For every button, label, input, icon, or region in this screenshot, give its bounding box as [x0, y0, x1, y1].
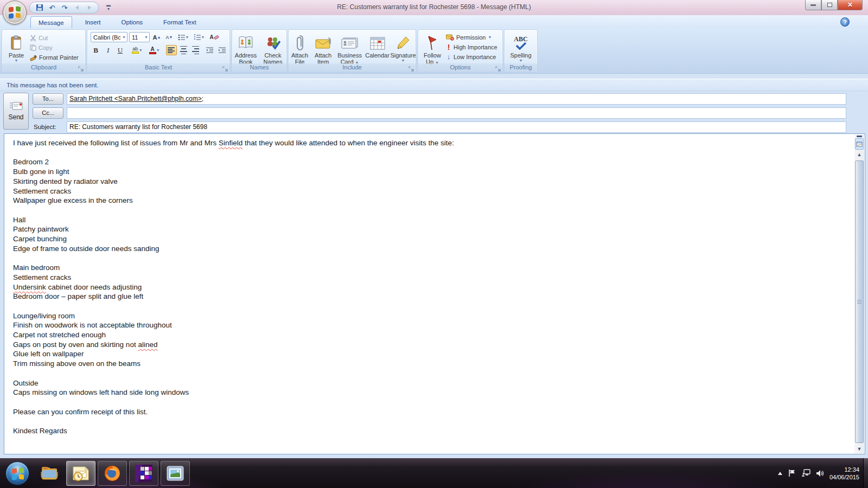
address-book-label: Address: [235, 52, 257, 59]
body-text-line: Bedroom 2: [13, 157, 848, 167]
spelling-label: Spelling: [510, 52, 531, 59]
shrink-font-button[interactable]: A▼: [164, 32, 175, 42]
scrollbar-thumb[interactable]: [855, 160, 864, 443]
scrollbar-track[interactable]: [855, 159, 864, 444]
body-text-line: Undersink cabinet door needs adjusting: [13, 282, 848, 292]
clock-time: 12:34: [829, 466, 859, 473]
close-button[interactable]: ✕: [838, 0, 863, 10]
font-size-combobox[interactable]: 11 ▼: [129, 32, 150, 42]
underline-icon: U: [118, 46, 123, 55]
start-button[interactable]: [5, 461, 29, 485]
action-center-flag-icon[interactable]: [788, 469, 796, 477]
low-importance-icon: ↓: [446, 53, 451, 61]
network-icon[interactable]: [801, 469, 810, 477]
clear-formatting-button[interactable]: A: [208, 32, 221, 42]
business-card-button[interactable]: Business Card ▼: [335, 31, 364, 66]
follow-up-button[interactable]: Follow Up ▼: [420, 31, 444, 66]
italic-button[interactable]: I: [103, 45, 113, 55]
show-desktop-button[interactable]: [863, 458, 868, 488]
align-right-button[interactable]: [190, 45, 201, 55]
calendar-button[interactable]: Calendar: [365, 31, 390, 66]
ruler-toggle-button[interactable]: [855, 138, 864, 150]
clipboard-dialog-launcher-icon[interactable]: [78, 65, 84, 70]
redo-icon[interactable]: ↷: [60, 3, 69, 12]
cc-button[interactable]: Cc...: [33, 107, 63, 119]
font-color-button[interactable]: A ▼: [146, 45, 162, 55]
taskbar-clock[interactable]: 12:34 04/06/2015: [829, 466, 861, 481]
system-tray: 12:34 04/06/2015: [777, 458, 861, 488]
vertical-scrollbar[interactable]: ▲ ▼: [854, 134, 864, 453]
title-bar: RE: Customers warranty list for Rocheste…: [0, 0, 868, 15]
high-importance-icon: !: [446, 43, 451, 52]
taskbar-item-firefox[interactable]: [98, 461, 127, 486]
permission-button[interactable]: Permission ▼: [444, 33, 499, 42]
minimize-button[interactable]: [805, 0, 821, 10]
tab-options[interactable]: Options: [113, 16, 150, 28]
help-icon[interactable]: ?: [840, 17, 850, 27]
bold-button[interactable]: B: [91, 45, 101, 55]
body-text-line: Finish on woodwork is not acceptable thr…: [13, 320, 848, 330]
tab-format-text[interactable]: Format Text: [156, 16, 204, 28]
increase-indent-icon: [218, 47, 226, 54]
taskbar-item-explorer[interactable]: [35, 461, 64, 486]
align-center-button[interactable]: [178, 45, 189, 55]
body-text-line: Kindest Regards: [13, 426, 848, 436]
clear-formatting-icon: A: [209, 34, 213, 40]
next-item-icon: [85, 3, 94, 12]
attach-item-icon: [315, 34, 331, 52]
attach-file-button[interactable]: Attach File: [289, 31, 311, 66]
save-icon[interactable]: [35, 3, 44, 12]
include-dialog-launcher-icon[interactable]: [409, 65, 414, 70]
undo-icon[interactable]: ↶: [48, 3, 56, 12]
increase-indent-button[interactable]: [217, 45, 227, 55]
grow-font-button[interactable]: A▲: [151, 32, 162, 42]
taskbar-item-photo-viewer[interactable]: [161, 461, 190, 486]
attach-item-button[interactable]: Attach Item: [311, 31, 335, 66]
volume-icon[interactable]: [816, 470, 824, 477]
firefox-icon: [104, 465, 121, 482]
scroll-up-arrow[interactable]: ▲: [854, 150, 864, 159]
spelling-button[interactable]: ABC Spelling ▼: [507, 31, 535, 63]
check-names-button[interactable]: Check Names: [260, 31, 286, 66]
options-dialog-launcher-icon[interactable]: [495, 65, 501, 70]
body-text-line: Caps missing on windows left hand side l…: [13, 388, 848, 397]
message-body[interactable]: I have just received the following list …: [4, 133, 865, 454]
to-button[interactable]: To...: [33, 93, 63, 105]
bullets-button[interactable]: ▼: [176, 32, 190, 42]
format-painter-button[interactable]: Format Painter: [28, 53, 80, 62]
taskbar-item-outlook[interactable]: [66, 461, 95, 486]
ribbon-tab-row: Message Insert Options Format Text ?: [0, 15, 868, 28]
show-hidden-icons-button[interactable]: [777, 471, 783, 476]
message-body-text[interactable]: I have just received the following list …: [13, 138, 848, 436]
align-left-button[interactable]: [166, 45, 176, 55]
underline-button[interactable]: U: [115, 45, 125, 55]
window-title: RE: Customers warranty list for Rocheste…: [0, 0, 868, 14]
office-button[interactable]: [3, 1, 27, 24]
tab-message[interactable]: Message: [30, 16, 72, 28]
basic-text-dialog-launcher-icon[interactable]: [222, 65, 228, 70]
tab-insert[interactable]: Insert: [78, 16, 108, 28]
subject-field[interactable]: RE: Customers warranty list for Rocheste…: [67, 121, 846, 133]
cc-field[interactable]: [67, 107, 846, 119]
numbering-button[interactable]: ▼: [192, 32, 206, 42]
chevron-down-icon: ▼: [144, 35, 148, 40]
customize-qat-icon[interactable]: ▬▾: [106, 3, 111, 11]
split-handle[interactable]: [854, 134, 864, 138]
body-text-line: [13, 206, 848, 215]
format-painter-label: Format Painter: [39, 53, 79, 62]
scroll-down-arrow[interactable]: ▼: [854, 444, 864, 453]
high-importance-button[interactable]: ! High Importance: [444, 42, 499, 52]
decrease-indent-button[interactable]: [205, 45, 215, 55]
signature-button[interactable]: Signature ▼: [391, 31, 416, 66]
taskbar-item-grid-app[interactable]: [129, 461, 158, 486]
calendar-label: Calendar: [365, 52, 390, 59]
address-book-button[interactable]: Address Book: [233, 31, 259, 66]
highlight-button[interactable]: ab ▼: [129, 45, 145, 55]
low-importance-button[interactable]: ↓ Low Importance: [444, 52, 499, 62]
group-label-proofing: Proofing: [505, 63, 537, 72]
address-book-icon: [238, 34, 253, 52]
restore-button[interactable]: [821, 0, 838, 10]
font-name-combobox[interactable]: Calibri (Bo ▼: [91, 32, 127, 42]
to-field[interactable]: Sarah Pritchett <Sarah.Pritchett@phplh.c…: [67, 93, 846, 105]
paste-button[interactable]: Paste ▼: [4, 31, 28, 63]
